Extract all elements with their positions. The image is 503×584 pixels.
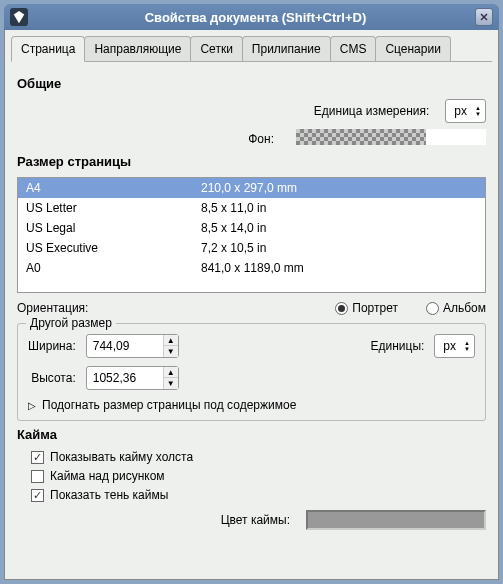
tab-panel-page: Общие Единица измерения: px ▲▼ Фон: Разм… (11, 62, 492, 544)
window-titlebar: Свойства документа (Shift+Ctrl+D) (4, 4, 499, 30)
radio-landscape-label: Альбом (443, 301, 486, 315)
pagesize-name: US Executive (26, 241, 201, 255)
width-label: Ширина: (28, 339, 76, 353)
units-select-value: px (443, 339, 456, 353)
pagesize-row[interactable]: A0841,0 x 1189,0 mm (18, 258, 485, 278)
tab-1[interactable]: Направляющие (84, 36, 191, 61)
pagesize-name: US Legal (26, 221, 201, 235)
height-down-icon[interactable]: ▼ (164, 378, 178, 389)
dropdown-icon: ▲▼ (464, 341, 470, 352)
pagesize-dim: 841,0 x 1189,0 mm (201, 261, 477, 275)
unit-select[interactable]: px ▲▼ (445, 99, 486, 123)
window-content: СтраницаНаправляющиеСеткиПрилипаниеCMSСц… (4, 30, 499, 580)
show-border-label: Показывать кайму холста (50, 450, 193, 464)
pagesize-row[interactable]: US Letter8,5 x 11,0 in (18, 198, 485, 218)
bg-color-button[interactable] (290, 129, 486, 148)
window-title: Свойства документа (Shift+Ctrl+D) (36, 10, 475, 25)
tab-4[interactable]: CMS (330, 36, 377, 61)
height-up-icon[interactable]: ▲ (164, 367, 178, 378)
pagesize-dim: 8,5 x 14,0 in (201, 221, 477, 235)
width-up-icon[interactable]: ▲ (164, 335, 178, 346)
bg-label: Фон: (248, 132, 274, 146)
app-icon (10, 8, 28, 26)
units-label: Единицы: (370, 339, 424, 353)
radio-landscape[interactable] (426, 302, 439, 315)
pagesize-dim: 210,0 x 297,0 mm (201, 181, 477, 195)
custom-size-fieldset: Другой размер Ширина: ▲▼ Единицы: px ▲▼ … (17, 323, 486, 421)
pagesize-row[interactable]: US Executive7,2 x 10,5 in (18, 238, 485, 258)
orientation-label: Ориентация: (17, 301, 88, 315)
tab-2[interactable]: Сетки (190, 36, 242, 61)
pagesize-dim: 8,5 x 11,0 in (201, 201, 477, 215)
section-pagesize-title: Размер страницы (17, 154, 486, 169)
tab-0[interactable]: Страница (11, 36, 85, 62)
pagesize-row[interactable]: US Legal8,5 x 14,0 in (18, 218, 485, 238)
close-button[interactable] (475, 8, 493, 26)
height-spinner[interactable]: ▲▼ (86, 366, 179, 390)
section-general-title: Общие (17, 76, 486, 91)
tab-3[interactable]: Прилипание (242, 36, 331, 61)
pagesize-name: US Letter (26, 201, 201, 215)
tab-5[interactable]: Сценарии (375, 36, 450, 61)
width-input[interactable] (87, 337, 163, 355)
pagesize-name: A4 (26, 181, 201, 195)
border-color-button[interactable] (306, 510, 486, 530)
height-label: Высота: (28, 371, 76, 385)
triangle-right-icon: ▷ (28, 400, 36, 411)
fit-label: Подогнать размер страницы под содержимое (42, 398, 296, 412)
units-select[interactable]: px ▲▼ (434, 334, 475, 358)
checkbox-show-shadow[interactable] (31, 489, 44, 502)
unit-label: Единица измерения: (314, 104, 430, 118)
width-down-icon[interactable]: ▼ (164, 346, 178, 357)
custom-size-legend: Другой размер (26, 316, 116, 330)
border-color-label: Цвет каймы: (221, 513, 290, 527)
checkbox-show-border[interactable] (31, 451, 44, 464)
pagesize-dim: 7,2 x 10,5 in (201, 241, 477, 255)
show-shadow-label: Показать тень каймы (50, 488, 168, 502)
width-spinner[interactable]: ▲▼ (86, 334, 179, 358)
checkbox-border-on-top[interactable] (31, 470, 44, 483)
section-border-title: Кайма (17, 427, 486, 442)
pagesize-list[interactable]: A4210,0 x 297,0 mmUS Letter8,5 x 11,0 in… (17, 177, 486, 293)
pagesize-name: A0 (26, 261, 201, 275)
tab-bar: СтраницаНаправляющиеСеткиПрилипаниеCMSСц… (11, 36, 492, 62)
fit-expander[interactable]: ▷ Подогнать размер страницы под содержим… (28, 398, 475, 412)
pagesize-row[interactable]: A4210,0 x 297,0 mm (18, 178, 485, 198)
radio-portrait[interactable] (335, 302, 348, 315)
dropdown-icon: ▲▼ (475, 106, 481, 117)
height-input[interactable] (87, 369, 163, 387)
radio-portrait-label: Портрет (352, 301, 398, 315)
unit-select-value: px (454, 104, 467, 118)
border-on-top-label: Кайма над рисунком (50, 469, 165, 483)
